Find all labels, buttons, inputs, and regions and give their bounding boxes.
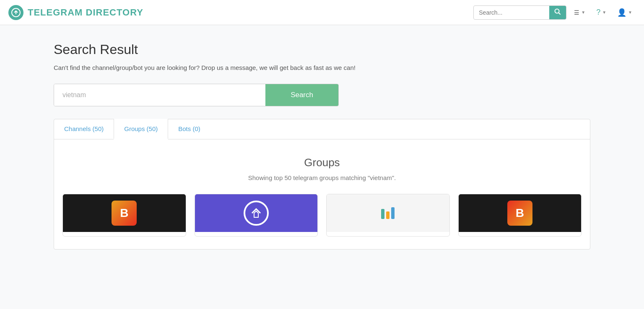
header: TELEGRAM DIRECTORY ☰ ▼ ? ▼ 👤 ▼	[0, 0, 644, 25]
card-3[interactable]	[326, 194, 450, 237]
user-dropdown-arrow: ▼	[628, 10, 632, 15]
card-2-logo	[244, 201, 269, 226]
help-icon: ?	[596, 8, 600, 17]
cards-grid: B	[62, 194, 582, 237]
card-2[interactable]	[195, 194, 318, 237]
menu-icon: ☰	[574, 9, 579, 16]
section-title: Groups	[62, 156, 582, 169]
header-right: ☰ ▼ ? ▼ 👤 ▼	[473, 5, 636, 20]
header-search-button[interactable]	[549, 6, 566, 19]
svg-line-2	[559, 13, 561, 14]
card-2-image	[195, 194, 318, 232]
section-subtitle: Showing top 50 telegram groups matching …	[62, 174, 582, 181]
menu-dropdown-button[interactable]: ☰ ▼	[571, 7, 589, 18]
card-3-logo	[381, 207, 395, 219]
tab-bots[interactable]: Bots (0)	[168, 119, 210, 139]
tab-groups[interactable]: Groups (50)	[114, 119, 168, 139]
card-1-logo: B	[112, 201, 137, 226]
page-subtitle: Can't find the channel/group/bot you are…	[54, 64, 590, 71]
main-search-button[interactable]: Search	[265, 84, 338, 106]
main-content: Search Result Can't find the channel/gro…	[29, 25, 615, 266]
logo-link[interactable]: TELEGRAM DIRECTORY	[8, 5, 143, 20]
menu-dropdown-arrow: ▼	[581, 10, 585, 15]
card-3-thumb	[327, 194, 449, 232]
user-dropdown-button[interactable]: 👤 ▼	[614, 5, 636, 20]
bar-2	[386, 211, 390, 219]
tabs-header: Channels (50) Groups (50) Bots (0)	[54, 119, 590, 139]
header-search-input[interactable]	[474, 7, 549, 18]
card-1-thumb: B	[63, 194, 186, 232]
bar-1	[381, 209, 384, 219]
logo-text: TELEGRAM DIRECTORY	[28, 7, 143, 18]
card-3-bars	[381, 207, 395, 219]
main-search-form: Search	[54, 84, 339, 106]
header-search-bar	[473, 5, 566, 20]
card-4[interactable]: B	[458, 194, 582, 237]
card-1-image: B	[63, 194, 186, 232]
tabs-content: Groups Showing top 50 telegram groups ma…	[54, 139, 590, 249]
card-4-logo: B	[507, 201, 532, 226]
logo-icon	[8, 5, 23, 20]
tab-channels[interactable]: Channels (50)	[54, 119, 114, 139]
main-search-input[interactable]	[54, 84, 265, 106]
card-4-thumb: B	[459, 194, 582, 232]
help-dropdown-button[interactable]: ? ▼	[593, 5, 610, 19]
user-icon: 👤	[617, 8, 626, 17]
card-3-image	[327, 194, 449, 232]
help-dropdown-arrow: ▼	[602, 10, 606, 15]
page-title: Search Result	[54, 42, 590, 57]
bar-3	[391, 207, 395, 219]
card-1[interactable]: B	[62, 194, 186, 237]
card-2-thumb	[195, 194, 318, 232]
card-4-image: B	[459, 194, 582, 232]
tabs-panel: Channels (50) Groups (50) Bots (0) Group…	[54, 119, 590, 250]
